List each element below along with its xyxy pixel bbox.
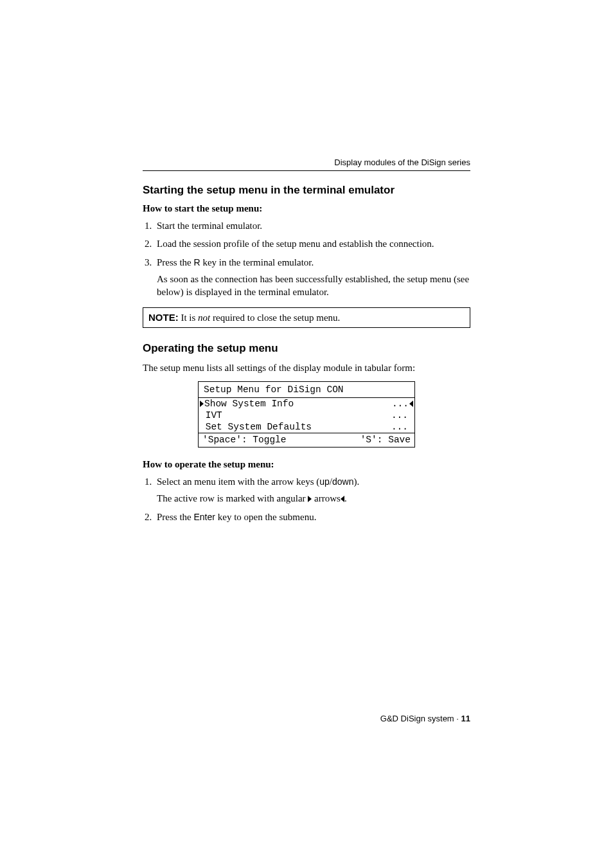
section1-steps: Start the terminal emulator. Load the se…	[143, 219, 470, 298]
step-1-text: Start the terminal emulator.	[157, 221, 262, 231]
note-em: not	[198, 312, 210, 323]
terminal-footer-left: 'Space': Toggle	[202, 434, 287, 446]
terminal-row-2-label: Set System Defaults	[200, 421, 312, 433]
triangle-right-icon	[200, 401, 204, 407]
op-step-1: Select an menu item with the arrow keys …	[154, 475, 470, 505]
section2-lead: How to operate the setup menu:	[143, 459, 470, 470]
running-header: Display modules of the DiSign series	[143, 158, 470, 171]
page-footer: G&D DiSign system · 11	[380, 714, 470, 723]
op-step-1-sub-mid: arrows	[312, 493, 341, 503]
terminal-footer-right: 'S': Save	[360, 434, 411, 446]
note-post: required to close the setup menu.	[210, 312, 340, 323]
terminal-body: Show System Info ... IVT ... Set System …	[199, 398, 414, 433]
step-2: Load the session profile of the setup me…	[154, 237, 470, 250]
op-step-1-key2: down	[332, 476, 353, 487]
section2-title: Operating the setup menu	[143, 342, 470, 355]
step-3-sub: As soon as the connection has been succe…	[157, 273, 470, 299]
section2-intro: The setup menu lists all settings of the…	[143, 361, 470, 374]
section2-steps: Select an menu item with the arrow keys …	[143, 475, 470, 523]
op-step-2: Press the Enter key to open the submenu.	[154, 511, 470, 523]
op-step-1-pre: Select an menu item with the arrow keys …	[157, 476, 319, 487]
terminal-row-1-label: IVT	[200, 410, 222, 421]
section1-lead: How to start the setup menu:	[143, 203, 470, 214]
terminal-row-0-trail: ...	[392, 398, 409, 410]
section1-title: Starting the setup menu in the terminal …	[143, 184, 470, 197]
terminal-row-0-label: Show System Info	[204, 398, 294, 410]
op-step-1-sub-post: .	[344, 493, 347, 503]
step-3: Press the R key in the terminal emulator…	[154, 256, 470, 299]
footer-text: G&D DiSign system ·	[380, 714, 461, 723]
op-step-1-key1: up	[319, 476, 330, 487]
step-3-post: key in the terminal emulator.	[200, 257, 314, 267]
step-2-text: Load the session profile of the setup me…	[157, 239, 434, 249]
note-label: NOTE:	[148, 312, 179, 323]
note-box: NOTE: It is not required to close the se…	[143, 307, 470, 328]
terminal-menu: Setup Menu for DiSign CON Show System In…	[198, 381, 415, 448]
op-step-2-key: Enter	[194, 512, 215, 522]
terminal-row-1: IVT ...	[199, 410, 414, 421]
footer-page-number: 11	[461, 714, 470, 723]
terminal-row-2: Set System Defaults ...	[199, 421, 414, 433]
op-step-2-pre: Press the	[157, 512, 194, 522]
op-step-1-sub: The active row is marked with angular ar…	[157, 492, 470, 505]
op-step-1-sub-pre: The active row is marked with angular	[157, 493, 308, 503]
triangle-left-icon	[409, 401, 413, 407]
terminal-row-0: Show System Info ...	[199, 398, 414, 410]
terminal-row-2-trail: ...	[391, 421, 408, 433]
op-step-2-post: key to open the submenu.	[215, 512, 316, 522]
terminal-title: Setup Menu for DiSign CON	[199, 382, 414, 398]
page: Display modules of the DiSign series Sta…	[0, 0, 613, 868]
op-step-1-post: ).	[353, 476, 359, 487]
step-3-key: R	[194, 257, 200, 267]
step-1: Start the terminal emulator.	[154, 219, 470, 232]
note-pre: It is	[179, 312, 198, 323]
terminal-row-1-trail: ...	[391, 410, 408, 421]
terminal-footer: 'Space': Toggle 'S': Save	[199, 433, 414, 447]
step-3-pre: Press the	[157, 257, 194, 267]
